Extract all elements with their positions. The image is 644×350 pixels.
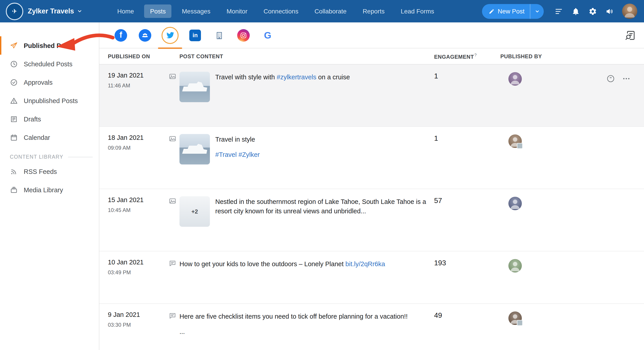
primary-nav: Home Posts Messages Monitor Connections …	[112, 5, 440, 18]
nav-lead-forms[interactable]: Lead Forms	[395, 5, 440, 18]
sidebar: Published Posts Scheduled Posts Approval…	[0, 23, 99, 350]
published-by-cell: ”	[500, 72, 644, 119]
more-options-icon[interactable]	[622, 74, 630, 83]
brand-switcher[interactable]: ✈ Zylker Travels	[0, 3, 105, 20]
sidebar-item-label: Scheduled Posts	[24, 60, 72, 67]
post-row[interactable]: 18 Jan 202109:09 AMTravel in style#Trave…	[99, 127, 644, 189]
engagement-value: 1	[434, 134, 438, 142]
post-text-line: Here are five checklist items you need t…	[180, 312, 423, 321]
network-tab-facebook[interactable]: f	[113, 28, 128, 43]
user-avatar[interactable]	[622, 4, 637, 19]
settings-gear-icon[interactable]	[588, 7, 598, 16]
sidebar-item-unpublished-posts[interactable]: Unpublished Posts	[0, 91, 99, 110]
announcements-megaphone-icon[interactable]	[605, 7, 614, 16]
post-date: 10 Jan 2021	[108, 259, 169, 266]
network-tab-google-my-business[interactable]: G	[260, 28, 275, 43]
sidebar-item-rss-feeds[interactable]: RSS Feeds	[0, 162, 99, 181]
publisher-avatar[interactable]	[508, 197, 522, 210]
publisher-avatar[interactable]	[508, 311, 522, 325]
network-tab-linkedin[interactable]: in	[188, 28, 203, 43]
photo-post-icon	[169, 196, 180, 244]
chevron-down-icon	[534, 9, 540, 14]
column-header-engagement: ENGAGEMENT?	[434, 53, 500, 60]
warning-icon	[10, 97, 18, 105]
avatar-image	[508, 72, 522, 86]
quote-icon[interactable]: ”	[606, 74, 615, 83]
post-time: 03:30 PM	[108, 322, 169, 328]
post-text: How to get your kids to love the outdoor…	[180, 259, 423, 269]
network-tab-twitter[interactable]	[162, 27, 178, 44]
new-post-dropdown-button[interactable]	[530, 4, 544, 19]
brand-name: Zylker Travels	[28, 7, 74, 15]
facebook-icon: f	[114, 29, 127, 42]
engagement-help-icon[interactable]: ?	[474, 53, 477, 57]
post-time: 11:46 AM	[108, 82, 169, 89]
app-window: ✈ Zylker Travels Home Posts Messages Mon…	[0, 0, 644, 350]
post-text: Nestled in the southernmost region of La…	[215, 196, 434, 216]
search-posts-icon[interactable]	[625, 29, 636, 41]
sidebar-item-media-library[interactable]: Media Library	[0, 181, 99, 199]
network-tab-linkedin-company[interactable]	[212, 28, 227, 43]
nav-posts[interactable]: Posts	[144, 5, 172, 18]
new-post-button[interactable]: New Post	[482, 4, 530, 19]
post-row[interactable]: 15 Jan 202110:45 AM+2Nestled in the sout…	[99, 189, 644, 251]
post-text-segment: How to get your kids to love the outdoor…	[180, 260, 346, 268]
sidebar-item-label: RSS Feeds	[24, 168, 57, 175]
notifications-bell-icon[interactable]	[571, 7, 580, 16]
nav-monitor[interactable]: Monitor	[221, 5, 253, 18]
photo-post-icon	[169, 72, 180, 119]
network-tab-facebook-group[interactable]	[138, 28, 152, 43]
post-row[interactable]: 9 Jan 202103:30 PMHere are five checklis…	[99, 304, 644, 350]
post-thumbnail[interactable]	[180, 134, 210, 164]
post-time: 10:45 AM	[108, 207, 169, 213]
avatar-page-badge	[517, 143, 523, 149]
post-text-segment: Here are five checklist items you need t…	[180, 313, 408, 320]
sidebar-item-label: Drafts	[24, 115, 41, 123]
post-link[interactable]: bit.ly/2qRr6ka	[346, 260, 385, 268]
published-on-cell: 9 Jan 202103:30 PM	[99, 311, 169, 349]
sidebar-item-published-posts[interactable]: Published Posts	[0, 36, 99, 55]
google-my-business-icon: G	[261, 29, 274, 42]
post-text-segment: Travel with style with	[215, 74, 277, 81]
sidebar-item-approvals[interactable]: Approvals	[0, 73, 99, 91]
network-tabs: f in	[99, 23, 644, 48]
post-thumbnail[interactable]: +2	[180, 196, 210, 227]
sidebar-item-calendar[interactable]: Calendar	[0, 128, 99, 146]
publisher-avatar[interactable]	[508, 259, 522, 272]
post-content-cell: +2Nestled in the southernmost region of …	[180, 196, 434, 244]
post-thumbnail[interactable]	[180, 72, 210, 102]
post-link[interactable]: #zylkertravels	[277, 74, 316, 81]
post-row[interactable]: 10 Jan 202103:49 PMHow to get your kids …	[99, 251, 644, 304]
pencil-icon	[489, 8, 494, 14]
engagement-cell: 193	[434, 259, 500, 296]
post-text-segment: on a cruise	[316, 74, 350, 81]
media-icon	[10, 186, 18, 194]
publisher-avatar[interactable]	[508, 134, 522, 148]
list-view-icon[interactable]	[554, 7, 564, 16]
text-post-icon	[169, 311, 180, 349]
twitter-icon	[164, 29, 176, 42]
sidebar-item-scheduled-posts[interactable]: Scheduled Posts	[0, 55, 99, 73]
check-circle-icon	[10, 78, 18, 86]
content-library-section-label: CONTENT LIBRARY	[0, 154, 99, 159]
nav-messages[interactable]: Messages	[176, 5, 216, 18]
nav-connections[interactable]: Connections	[258, 5, 304, 18]
post-row[interactable]: 19 Jan 202111:46 AMTravel with style wit…	[99, 65, 644, 127]
published-on-cell: 19 Jan 202111:46 AM	[99, 72, 169, 119]
sidebar-item-drafts[interactable]: Drafts	[0, 110, 99, 128]
post-text-line: Travel in style	[215, 135, 434, 144]
published-on-cell: 10 Jan 202103:49 PM	[99, 259, 169, 296]
post-date: 18 Jan 2021	[108, 134, 169, 141]
post-text-line: ...	[180, 327, 423, 336]
network-tab-instagram[interactable]	[236, 28, 251, 43]
post-time: 03:49 PM	[108, 269, 169, 276]
post-text-segment: ...	[180, 328, 185, 335]
new-post-split-button: New Post	[482, 4, 544, 19]
nav-collaborate[interactable]: Collaborate	[308, 5, 352, 18]
engagement-value: 57	[434, 197, 442, 204]
publisher-avatar[interactable]	[508, 72, 522, 86]
post-link[interactable]: #Travel #Zylker	[215, 151, 260, 158]
sidebar-item-label: Approvals	[24, 79, 52, 86]
nav-home[interactable]: Home	[112, 5, 140, 18]
nav-reports[interactable]: Reports	[357, 5, 390, 18]
